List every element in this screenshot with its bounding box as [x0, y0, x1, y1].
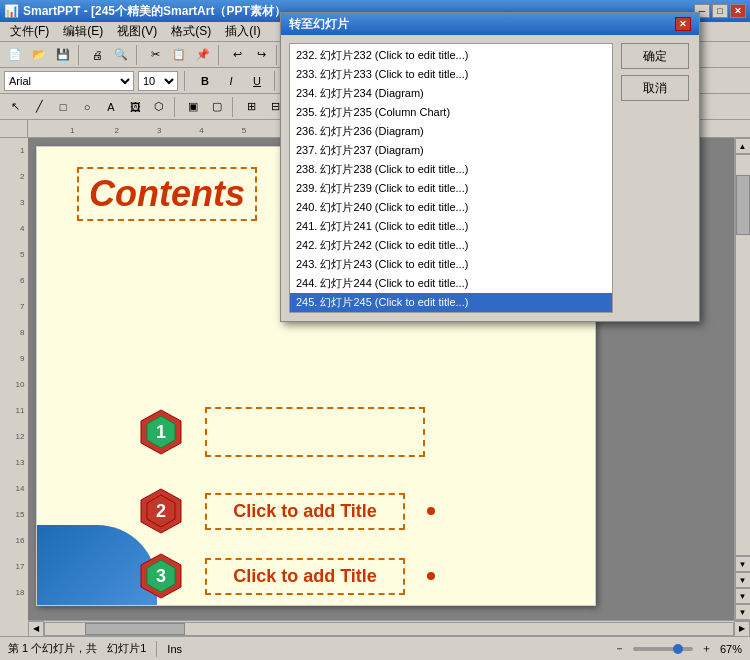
scroll-track-right[interactable]: [735, 154, 751, 556]
menu-edit[interactable]: 编辑(E): [57, 23, 109, 41]
slide-list-item[interactable]: 232. 幻灯片232 (Click to edit title...): [290, 46, 612, 65]
print-button[interactable]: 🖨: [86, 44, 108, 66]
cancel-button[interactable]: 取消: [621, 75, 689, 101]
zoom-slider[interactable]: [633, 647, 693, 651]
copy-button[interactable]: 📋: [168, 44, 190, 66]
status-right: － ＋ 67%: [614, 641, 742, 656]
draw-border-button[interactable]: ▢: [206, 96, 228, 118]
item-row-2: 2 Click to add Title: [137, 487, 405, 535]
vertical-ruler: 1 2 3 4 5 6 7 8 9 10 11 12 13 14 15 16 1…: [0, 138, 28, 636]
item-2-text-box[interactable]: Click to add Title: [205, 493, 405, 530]
ok-button[interactable]: 确定: [621, 43, 689, 69]
zoom-thumb[interactable]: [673, 644, 683, 654]
draw-image-button[interactable]: 🖼: [124, 96, 146, 118]
item-row-3: 3 Click to add Title: [137, 552, 405, 600]
new-button[interactable]: 📄: [4, 44, 26, 66]
draw-fill-button[interactable]: ▣: [182, 96, 204, 118]
draw-oval-button[interactable]: ○: [76, 96, 98, 118]
hexagon-3[interactable]: 3: [137, 552, 185, 600]
slide-list-item[interactable]: 242. 幻灯片242 (Click to edit title...): [290, 236, 612, 255]
scroll-thumb-right[interactable]: [736, 175, 750, 235]
draw-rect-button[interactable]: □: [52, 96, 74, 118]
slide-list-item[interactable]: 239. 幻灯片239 (Click to edit title...): [290, 179, 612, 198]
slide-list-item[interactable]: 240. 幻灯片240 (Click to edit title...): [290, 198, 612, 217]
title-bar-left: 📊 SmartPPT - [245个精美的SmartArt（PPT素材）: [4, 3, 286, 20]
menu-insert[interactable]: 插入(I): [219, 23, 266, 41]
draw-sep1: [174, 97, 178, 117]
slide-list-item[interactable]: 243. 幻灯片243 (Click to edit title...): [290, 255, 612, 274]
draw-shape-button[interactable]: ⬡: [148, 96, 170, 118]
font-size-select[interactable]: 10: [138, 71, 178, 91]
maximize-button[interactable]: □: [712, 4, 728, 18]
slide-list-item[interactable]: 238. 幻灯片238 (Click to edit title...): [290, 160, 612, 179]
right-scrollbar: ▲ ▼ ▼ ▼ ▼: [734, 138, 750, 620]
menu-format[interactable]: 格式(S): [165, 23, 217, 41]
menu-file[interactable]: 文件(F): [4, 23, 55, 41]
slide-list-item[interactable]: 234. 幻灯片234 (Diagram): [290, 84, 612, 103]
slide-list-item[interactable]: 244. 幻灯片244 (Click to edit title...): [290, 274, 612, 293]
hexagon-2[interactable]: 2: [137, 487, 185, 535]
font-sep2: [274, 71, 278, 91]
paste-button[interactable]: 📌: [192, 44, 214, 66]
cut-button[interactable]: ✂: [144, 44, 166, 66]
draw-select-button[interactable]: ↖: [4, 96, 26, 118]
slide-list-item[interactable]: 233. 幻灯片233 (Click to edit title...): [290, 65, 612, 84]
scroll-down-step2[interactable]: ▼: [735, 572, 751, 588]
insert-mode: Ins: [167, 643, 182, 655]
scroll-track-bottom[interactable]: [44, 622, 734, 636]
toolbar-sep3: [218, 45, 222, 65]
v-tick-4: 4: [0, 224, 28, 233]
menu-view[interactable]: 视图(V): [111, 23, 163, 41]
preview-button[interactable]: 🔍: [110, 44, 132, 66]
font-sep1: [184, 71, 188, 91]
scroll-down-button[interactable]: ▼: [735, 604, 751, 620]
scroll-thumb-bottom[interactable]: [85, 623, 185, 635]
dialog-title-label: 转至幻灯片: [289, 16, 349, 33]
slide-title[interactable]: Contents: [77, 167, 257, 221]
zoom-minus[interactable]: －: [614, 641, 625, 656]
draw-line-button[interactable]: ╱: [28, 96, 50, 118]
draw-text-button[interactable]: A: [100, 96, 122, 118]
item-1-text-placeholder[interactable]: [205, 407, 425, 457]
scroll-down-step3[interactable]: ▼: [735, 588, 751, 604]
slide-list-container[interactable]: 227. 幻灯片227 (Diagram)228. 幻灯片228 (Table)…: [289, 43, 613, 313]
scroll-right-button[interactable]: ▶: [734, 621, 750, 637]
scroll-left-button[interactable]: ◀: [28, 621, 44, 637]
v-tick-14: 14: [0, 484, 28, 493]
goto-slide-dialog[interactable]: 转至幻灯片 ✕ 227. 幻灯片227 (Diagram)228. 幻灯片228…: [280, 12, 700, 322]
slide-list-item[interactable]: 236. 幻灯片236 (Diagram): [290, 122, 612, 141]
scroll-up-button[interactable]: ▲: [735, 138, 751, 154]
slide-list-item[interactable]: 245. 幻灯片245 (Click to edit title...): [290, 293, 612, 312]
undo-button[interactable]: ↩: [226, 44, 248, 66]
v-tick-9: 9: [0, 354, 28, 363]
bold-button[interactable]: B: [194, 70, 216, 92]
slide-list-item[interactable]: 235. 幻灯片235 (Column Chart): [290, 103, 612, 122]
zoom-plus[interactable]: ＋: [701, 641, 712, 656]
close-button[interactable]: ✕: [730, 4, 746, 18]
hexagon-num-1: 1: [156, 422, 166, 443]
left-ruler: 1 2 3 4 5 6 7 8 9 10 11 12 13 14 15 16 1…: [0, 120, 28, 636]
item-3-dot: [427, 572, 435, 580]
slide-list-item[interactable]: 241. 幻灯片241 (Click to edit title...): [290, 217, 612, 236]
italic-button[interactable]: I: [220, 70, 242, 92]
v-tick-10: 10: [0, 380, 28, 389]
font-family-select[interactable]: Arial: [4, 71, 134, 91]
dialog-close-button[interactable]: ✕: [675, 17, 691, 31]
v-tick-5: 5: [0, 250, 28, 259]
draw-arrange-button[interactable]: ⊞: [240, 96, 262, 118]
status-bar: 第 1 个幻灯片，共 幻灯片1 Ins － ＋ 67%: [0, 636, 750, 660]
slide-list-item[interactable]: 237. 幻灯片237 (Diagram): [290, 141, 612, 160]
window-title: SmartPPT - [245个精美的SmartArt（PPT素材）: [23, 3, 286, 20]
item-3-text-box[interactable]: Click to add Title: [205, 558, 405, 595]
ruler-corner: [0, 120, 28, 138]
item-2-dot: [427, 507, 435, 515]
scroll-down-step1[interactable]: ▼: [735, 556, 751, 572]
save-button[interactable]: 💾: [52, 44, 74, 66]
item-row-1: 1: [137, 407, 425, 457]
underline-button[interactable]: U: [246, 70, 268, 92]
v-tick-2: 2: [0, 172, 28, 181]
v-tick-13: 13: [0, 458, 28, 467]
open-button[interactable]: 📂: [28, 44, 50, 66]
redo-button[interactable]: ↪: [250, 44, 272, 66]
hexagon-1[interactable]: 1: [137, 408, 185, 456]
